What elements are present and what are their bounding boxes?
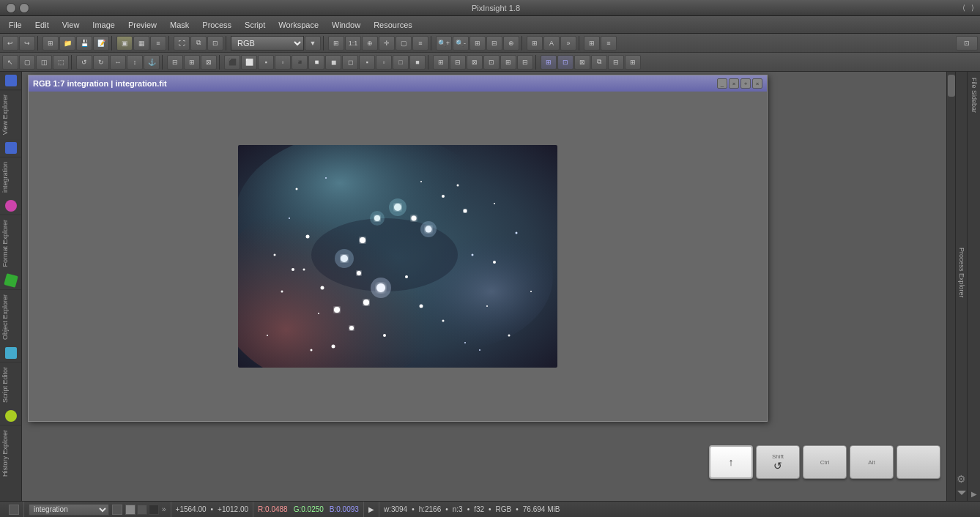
tool-sq5[interactable]: ◾	[292, 55, 308, 70]
tool-mask6[interactable]: ⊟	[517, 55, 533, 70]
crosshair-btn[interactable]: ⊕	[362, 36, 378, 51]
tool-pointer[interactable]: ↖	[2, 55, 18, 70]
extra-btn-1[interactable]: ⊞	[584, 36, 600, 51]
gear-icon[interactable]: ⚙	[957, 473, 966, 485]
color-mode-dropdown[interactable]: ▼	[305, 36, 321, 51]
play-button[interactable]: ▶	[368, 505, 374, 513]
tool-refresh2[interactable]: ↻	[93, 55, 109, 70]
right-expand-btn[interactable]: ▶	[971, 490, 977, 498]
tool-view4[interactable]: ⧉	[591, 55, 607, 70]
tool-sq4[interactable]: ▫	[275, 55, 291, 70]
tool-select3[interactable]: ◫	[36, 55, 52, 70]
view-type-icon[interactable]	[9, 505, 19, 515]
tool-view5[interactable]: ⊟	[608, 55, 624, 70]
img-restore-btn[interactable]: ×	[729, 78, 739, 89]
img-close-btn[interactable]: ×	[752, 78, 762, 89]
key-extra[interactable]	[897, 445, 940, 479]
toolbar-right-1[interactable]: ⊡	[956, 36, 978, 51]
zoom-1-1[interactable]: 1:1	[345, 36, 361, 51]
save-button[interactable]: 💾	[76, 36, 92, 51]
history-indicator[interactable]	[5, 410, 17, 422]
key-ctrl[interactable]: Ctrl	[803, 445, 847, 479]
tool-sq8[interactable]: ◻	[342, 55, 358, 70]
sidebar-tab-object-explorer[interactable]: Object Explorer	[0, 289, 21, 344]
color-mode-select[interactable]: RGB Grayscale RGBA	[231, 36, 304, 51]
sidebar-tab-integration[interactable]: integration	[0, 157, 21, 197]
tool-sq10[interactable]: ▫	[376, 55, 392, 70]
tool-expand[interactable]: ⊞	[184, 55, 200, 70]
tool-sq2[interactable]: ⬜	[241, 55, 257, 70]
sidebar-tab-view-explorer[interactable]: View Explorer	[0, 89, 21, 139]
script-indicator[interactable]	[5, 347, 17, 359]
stats-button[interactable]: ≡	[150, 36, 166, 51]
tool-flip-v[interactable]: ↕	[127, 55, 143, 70]
select-btn[interactable]: ▢	[396, 36, 412, 51]
tool-sq11[interactable]: □	[393, 55, 409, 70]
key-pointer[interactable]: ↑	[709, 445, 753, 479]
view-more-icon[interactable]: »	[162, 505, 166, 513]
img-minimize-btn[interactable]: _	[717, 78, 727, 89]
tool-view2[interactable]: ⊡	[557, 55, 573, 70]
scroll-thumb[interactable]	[948, 75, 955, 97]
histogram-button[interactable]: ▦	[133, 36, 149, 51]
sidebar-tab-script-editor[interactable]: Script Editor	[0, 362, 21, 407]
menu-workspace[interactable]: Workspace	[272, 19, 324, 31]
channels-button[interactable]: ▣	[116, 36, 133, 51]
view-tile[interactable]: ⧉	[190, 36, 207, 51]
move-btn[interactable]: ✛	[379, 36, 395, 51]
restore-button[interactable]	[19, 3, 29, 13]
view-selector[interactable]: integration	[29, 504, 109, 516]
menu-edit[interactable]: Edit	[29, 19, 55, 31]
minimize-button[interactable]	[6, 3, 16, 13]
extra-btn-2[interactable]: ≡	[601, 36, 617, 51]
tool-view1[interactable]: ⊞	[541, 55, 557, 70]
menu-window[interactable]: Window	[326, 19, 366, 31]
tool-sq3[interactable]: ▪	[258, 55, 274, 70]
expand-icon[interactable]: ⟨	[962, 4, 965, 12]
expand-right-icon[interactable]	[957, 491, 966, 498]
tool-refresh[interactable]: ↺	[76, 55, 92, 70]
grid-btn[interactable]: ⊞	[527, 36, 543, 51]
tool-sq9[interactable]: ▪	[359, 55, 375, 70]
tool-mask2[interactable]: ⊟	[450, 55, 466, 70]
zoom-ctrl-btn[interactable]: ⊕	[503, 36, 519, 51]
tool-sq1[interactable]: ⬛	[224, 55, 240, 70]
tool-mask4[interactable]: ⊡	[483, 55, 500, 70]
tool-flip-h[interactable]: ↔	[110, 55, 126, 70]
view-indicator[interactable]	[5, 75, 17, 86]
sidebar-tab-history-explorer[interactable]: History Explorer	[0, 425, 21, 481]
menu-preview[interactable]: Preview	[122, 19, 163, 31]
more-tools[interactable]: ≡	[412, 36, 428, 51]
view-fullscreen[interactable]: ⛶	[174, 36, 190, 51]
key-shift[interactable]: Shift ↺	[756, 445, 800, 479]
tool-sq7[interactable]: ◼	[325, 55, 341, 70]
object-indicator[interactable]	[4, 273, 18, 288]
fit-window[interactable]: ⊞	[328, 36, 344, 51]
menu-mask[interactable]: Mask	[164, 19, 195, 31]
redo-button[interactable]: ↪	[19, 36, 35, 51]
tool-select4[interactable]: ⬚	[53, 55, 69, 70]
view-fit[interactable]: ⊡	[207, 36, 223, 51]
menu-file[interactable]: File	[3, 19, 28, 31]
menu-resources[interactable]: Resources	[368, 19, 418, 31]
zoom-in-btn[interactable]: 🔍+	[436, 36, 452, 51]
tool-shrink[interactable]: ⊠	[201, 55, 217, 70]
zoom-out-btn[interactable]: 🔍-	[453, 36, 469, 51]
tool-view3[interactable]: ⊠	[574, 55, 590, 70]
new-image-button[interactable]: ⊞	[42, 36, 59, 51]
shrink-icon[interactable]: ⟩	[971, 4, 974, 12]
zoom-extend-btn[interactable]: ⊟	[486, 36, 502, 51]
tool-select2[interactable]: ▢	[19, 55, 35, 70]
format-indicator[interactable]	[5, 200, 17, 212]
save-as-button[interactable]: 📝	[93, 36, 109, 51]
key-alt[interactable]: Alt	[850, 445, 894, 479]
file-sidebar-tab[interactable]: File Sidebar	[970, 75, 979, 116]
tool-mask1[interactable]: ⊞	[433, 55, 449, 70]
menu-script[interactable]: Script	[239, 19, 271, 31]
zoom-fit-btn[interactable]: ⊞	[469, 36, 486, 51]
swatch-2[interactable]	[137, 505, 147, 515]
tool-mask5[interactable]: ⊞	[500, 55, 516, 70]
tool-sq12[interactable]: ■	[409, 55, 426, 70]
undo-button[interactable]: ↩	[2, 36, 18, 51]
vertical-scrollbar[interactable]	[946, 72, 955, 501]
